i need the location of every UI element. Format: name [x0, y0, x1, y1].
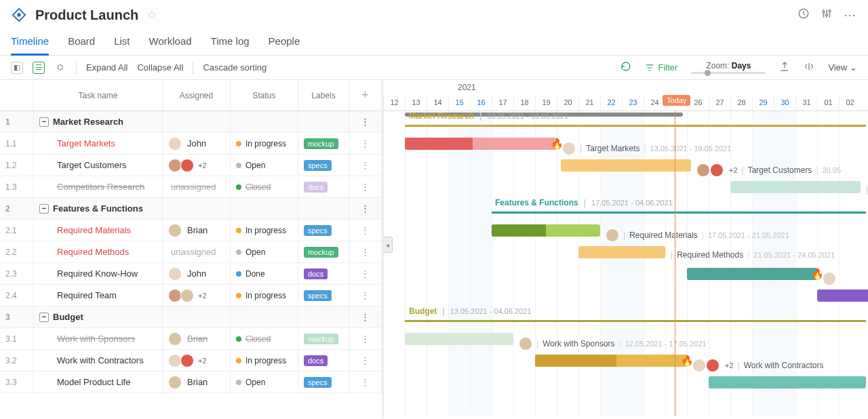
task-name-cell[interactable]: −Features & Functions [34, 198, 163, 219]
add-column-button[interactable]: + [349, 80, 382, 111]
group-row[interactable]: 1−Market Research⋮ [0, 111, 382, 133]
assigned-cell[interactable]: Brian [163, 328, 231, 349]
assigned-cell[interactable]: John [163, 263, 231, 284]
status-cell[interactable]: Open [231, 155, 298, 176]
task-name-cell[interactable]: Required Know-How [34, 263, 163, 284]
assigned-cell[interactable]: Brian [163, 372, 231, 393]
task-bar[interactable]: 🔥+2|Work with Contractors [535, 355, 687, 367]
tab-time-log[interactable]: Time log [211, 30, 250, 55]
task-row[interactable]: 2.3Required Know-HowJohnDonedocs⋮ [0, 263, 382, 285]
assigned-cell[interactable] [163, 198, 231, 219]
task-bar[interactable]: |Co [730, 181, 861, 193]
timeline-row[interactable]: Features & Functions|17.05.2021 - 04.06.… [383, 198, 868, 220]
row-menu-icon[interactable]: ⋮ [349, 220, 382, 241]
tab-list[interactable]: List [114, 30, 130, 55]
assigned-cell[interactable]: unassigned [163, 176, 231, 197]
collapse-toggle-icon[interactable]: − [39, 117, 49, 127]
task-row[interactable]: 2.1Required MaterialsBrianIn progressspe… [0, 220, 382, 241]
task-name-cell[interactable]: Target Markets [34, 133, 163, 154]
timeline-row[interactable]: 🔥+2|Work with Contractors [383, 350, 868, 372]
timeline-row[interactable]: Market Research|13.05.2021 - 01.06.2021 [383, 111, 868, 133]
expand-all-button[interactable]: Expand All [86, 62, 127, 73]
status-cell[interactable] [231, 111, 298, 132]
collapse-toggle-icon[interactable]: − [39, 204, 49, 214]
labels-cell[interactable]: specs [298, 220, 349, 241]
tab-timeline[interactable]: Timeline [11, 30, 49, 56]
timeline-row[interactable]: +2|Target Customers|20.05 [383, 155, 868, 176]
task-name-cell[interactable]: Required Team [34, 285, 163, 306]
task-bar[interactable]: |Required Materials|17.05.2021 - 21.05.2… [492, 224, 600, 237]
labels-cell[interactable]: docs [298, 350, 349, 371]
status-cell[interactable]: Closed [231, 328, 298, 349]
row-menu-icon[interactable]: ⋮ [349, 155, 382, 176]
filter-button[interactable]: Filter [645, 62, 678, 73]
row-menu-icon[interactable]: ⋮ [349, 372, 382, 393]
row-menu-icon[interactable]: ⋮ [349, 133, 382, 154]
assigned-cell[interactable]: +2 [163, 285, 231, 306]
status-cell[interactable]: In progress [231, 285, 298, 306]
task-bar[interactable]: 🔥 [687, 268, 817, 280]
assigned-cell[interactable] [163, 111, 231, 132]
labels-cell[interactable]: docs [298, 176, 349, 197]
cascade-sorting-button[interactable]: Cascade sorting [203, 62, 267, 73]
labels-cell[interactable]: specs [298, 155, 349, 176]
task-bar[interactable]: +2|Target Customers|20.05 [561, 159, 691, 172]
task-bar[interactable]: |Required Methods|21.05.2021 - 24.05.202… [578, 246, 665, 258]
panel-collapse-handle[interactable]: ◂ [383, 237, 393, 253]
tab-people[interactable]: People [269, 30, 300, 55]
task-name-cell[interactable]: −Market Research [34, 111, 163, 132]
timeline-row[interactable] [383, 372, 868, 393]
timeline-row[interactable]: |Work with Sponsors|12.05.2021 - 17.05.2… [383, 328, 868, 350]
task-name-cell[interactable]: Required Materials [34, 220, 163, 241]
collapse-toggle-icon[interactable]: − [39, 313, 49, 322]
status-cell[interactable]: Open [231, 372, 298, 393]
export-icon[interactable] [779, 61, 790, 74]
status-cell[interactable]: Done [231, 263, 298, 284]
status-cell[interactable] [231, 306, 298, 327]
status-cell[interactable]: Open [231, 241, 298, 262]
timeline-row[interactable]: |Required Materials|17.05.2021 - 21.05.2… [383, 220, 868, 241]
labels-cell[interactable]: specs [298, 372, 349, 393]
calendar-icon[interactable]: ☰ [33, 62, 45, 74]
row-menu-icon[interactable]: ⋮ [349, 306, 382, 327]
zoom-slider[interactable] [691, 72, 766, 74]
task-bar[interactable] [817, 290, 868, 302]
task-name-cell[interactable]: Work with Sponsors [34, 328, 163, 349]
assigned-cell[interactable]: +2 [163, 155, 231, 176]
row-menu-icon[interactable]: ⋮ [349, 111, 382, 132]
group-row[interactable]: 2−Features & Functions⋮ [0, 198, 382, 220]
status-cell[interactable]: In progress [231, 133, 298, 154]
hierarchy-icon[interactable]: ⌬ [54, 62, 66, 74]
assigned-cell[interactable] [163, 306, 231, 327]
timeline-row[interactable] [383, 285, 868, 306]
task-row[interactable]: 3.2Work with Contractors+2In progressdoc… [0, 350, 382, 372]
task-row[interactable]: 2.2Required MethodsunassignedOpenmockup⋮ [0, 241, 382, 263]
task-row[interactable]: 3.3Model Product LifeBrianOpenspecs⋮ [0, 372, 382, 393]
row-menu-icon[interactable]: ⋮ [349, 285, 382, 306]
task-bar[interactable]: 🔥|Target Markets|13.05.2021 - 19.05.2021 [405, 138, 557, 150]
status-cell[interactable] [231, 198, 298, 219]
task-name-cell[interactable]: Model Product Life [34, 372, 163, 393]
assigned-cell[interactable]: unassigned [163, 241, 231, 262]
group-bar[interactable] [492, 212, 866, 214]
settings-sliders-icon[interactable] [821, 7, 833, 22]
tab-workload[interactable]: Workload [149, 30, 192, 55]
collapse-all-button[interactable]: Collapse All [137, 62, 183, 73]
row-menu-icon[interactable]: ⋮ [349, 198, 382, 219]
task-name-cell[interactable]: Required Methods [34, 241, 163, 262]
labels-cell[interactable]: mockup [298, 328, 349, 349]
assigned-cell[interactable]: John [163, 133, 231, 154]
timeline-row[interactable]: 🔥|Target Markets|13.05.2021 - 19.05.2021 [383, 133, 868, 155]
history-icon[interactable] [797, 7, 810, 22]
labels-cell[interactable] [298, 306, 349, 327]
labels-cell[interactable] [298, 111, 349, 132]
details-panel-icon[interactable]: ◧ [11, 62, 23, 74]
task-name-cell[interactable]: −Budget [34, 306, 163, 327]
status-cell[interactable]: Closed [231, 176, 298, 197]
status-cell[interactable]: In progress [231, 220, 298, 241]
task-bar[interactable] [709, 376, 866, 388]
timeline-row[interactable]: Budget|13.05.2021 - 04.06.2021 [383, 306, 868, 328]
row-menu-icon[interactable]: ⋮ [349, 241, 382, 262]
more-icon[interactable]: ⋯ [844, 7, 857, 22]
timeline-row[interactable]: |Co [383, 176, 868, 198]
